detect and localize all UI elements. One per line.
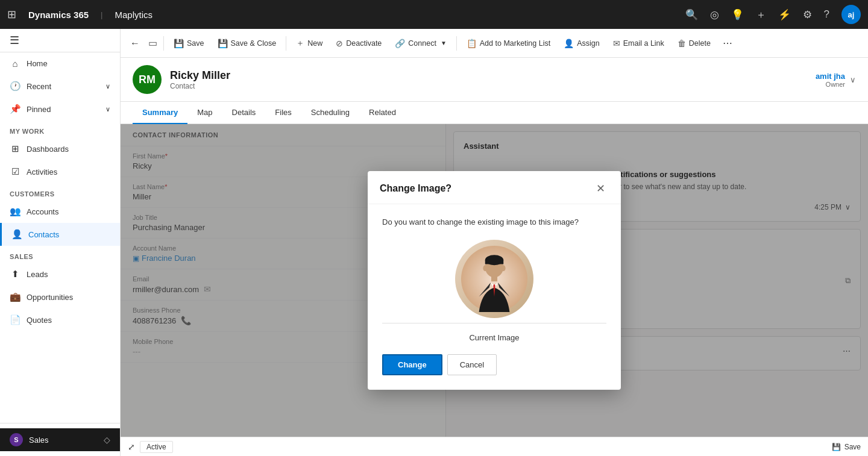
add-marketing-button[interactable]: 📋 Add to Marketing List xyxy=(461,35,556,52)
current-image-avatar[interactable] xyxy=(455,240,533,318)
save-icon: 💾 xyxy=(174,39,184,48)
sidebar-top: ☰ xyxy=(0,29,120,52)
modal-body: Do you want to change the existing image… xyxy=(368,204,621,390)
expand-icon[interactable]: ⤢ xyxy=(128,442,135,452)
bottom-bar-left: ⤢ Active xyxy=(128,441,173,453)
save-close-button[interactable]: 💾 Save & Close xyxy=(212,35,283,52)
sidebar-opportunities-label: Opportunities xyxy=(27,293,73,302)
nav-divider: | xyxy=(101,10,102,19)
bottom-save-label: Save xyxy=(844,443,861,451)
cancel-button[interactable]: Cancel xyxy=(447,354,497,375)
add-marketing-icon: 📋 xyxy=(467,39,477,48)
customers-section: Customers xyxy=(0,183,120,200)
sidebar-item-opportunities[interactable]: 💼 Opportunities xyxy=(0,286,120,308)
my-work-section: My Work xyxy=(0,120,120,137)
svg-rect-4 xyxy=(491,276,497,281)
user-avatar[interactable]: aj xyxy=(841,5,861,24)
sidebar-item-quotes[interactable]: 📄 Quotes xyxy=(0,308,120,331)
top-nav-right: 🔍 ◎ 💡 ＋ ⚡ ⚙ ? aj xyxy=(685,5,861,24)
deactivate-button[interactable]: ⊘ Deactivate xyxy=(330,35,388,52)
sidebar-item-leads[interactable]: ⬆ Leads xyxy=(0,263,120,286)
contact-avatar[interactable]: RM xyxy=(133,65,162,94)
tab-summary[interactable]: Summary xyxy=(133,102,187,124)
owner-block: amit jha Owner xyxy=(816,72,845,88)
more-options-button[interactable]: ⋯ xyxy=(718,34,737,52)
tab-files[interactable]: Files xyxy=(265,102,301,124)
bottom-save-button[interactable]: 💾 Save xyxy=(832,443,861,451)
tab-scheduling[interactable]: Scheduling xyxy=(301,102,359,124)
contact-info: Ricky Miller Contact xyxy=(170,69,230,90)
back-button[interactable]: ← xyxy=(125,34,145,52)
modal-description: Do you want to change the existing image… xyxy=(382,216,606,228)
dashboards-icon: ⊞ xyxy=(10,143,20,154)
sidebar-item-recent[interactable]: 🕐 Recent ∨ xyxy=(0,75,120,98)
sidebar-item-contacts[interactable]: 👤 Contacts xyxy=(0,223,120,246)
sidebar: ☰ ⌂ Home 🕐 Recent ∨ 📌 Pinned ∨ My Work ⊞… xyxy=(0,29,121,456)
sidebar-item-home[interactable]: ⌂ Home xyxy=(0,52,120,75)
tab-related[interactable]: Related xyxy=(359,102,406,124)
search-icon[interactable]: 🔍 xyxy=(685,8,698,21)
sidebar-accounts-label: Accounts xyxy=(27,207,58,216)
connect-dropdown-icon: ▼ xyxy=(441,40,447,46)
sidebar-item-accounts[interactable]: 👥 Accounts xyxy=(0,200,120,223)
accounts-icon: 👥 xyxy=(10,206,20,217)
save-close-icon: 💾 xyxy=(218,39,228,48)
tab-map[interactable]: Map xyxy=(187,102,222,124)
new-button[interactable]: ＋ New xyxy=(290,34,329,52)
hamburger-icon[interactable]: ☰ xyxy=(7,32,22,49)
assign-button[interactable]: 👤 Assign xyxy=(558,35,606,52)
sidebar-pinned-label: Pinned xyxy=(27,105,51,114)
email-link-icon: ✉ xyxy=(613,39,620,48)
home-icon: ⌂ xyxy=(10,58,20,69)
sidebar-home-label: Home xyxy=(27,59,48,68)
target-icon[interactable]: ◎ xyxy=(710,8,719,21)
activities-icon: ☑ xyxy=(10,166,20,177)
sales-section: Sales xyxy=(0,246,120,263)
modal-overlay: Change Image? ✕ Do you want to change th… xyxy=(121,124,868,437)
bottom-bar: ⤢ Active 💾 Save xyxy=(121,437,868,456)
email-link-button[interactable]: ✉ Email a Link xyxy=(607,35,670,52)
modal-separator xyxy=(382,323,606,323)
top-nav: ⊞ Dynamics 365 | Maplytics 🔍 ◎ 💡 ＋ ⚡ ⚙ ?… xyxy=(0,0,868,29)
modal-title: Change Image? xyxy=(380,183,451,194)
modal-header: Change Image? ✕ xyxy=(368,171,621,204)
contact-type: Contact xyxy=(170,82,230,90)
tabs-bar: Summary Map Details Files Scheduling Rel… xyxy=(121,102,868,124)
content-area: CONTACT INFORMATION First Name* Ricky La… xyxy=(121,124,868,437)
owner-chevron[interactable]: ∨ xyxy=(850,75,856,84)
lightbulb-icon[interactable]: 💡 xyxy=(731,8,744,21)
sidebar-activities-label: Activities xyxy=(27,167,57,176)
sidebar-bottom-sales[interactable]: S Sales ◇ xyxy=(0,428,120,451)
help-icon[interactable]: ? xyxy=(824,8,829,20)
add-icon[interactable]: ＋ xyxy=(756,8,766,22)
sidebar-item-dashboards[interactable]: ⊞ Dashboards xyxy=(0,137,120,160)
connect-button[interactable]: 🔗 Connect ▼ xyxy=(389,35,452,52)
sidebar-bottom: S Sales ◇ xyxy=(0,423,120,456)
save-button[interactable]: 💾 Save xyxy=(168,35,210,52)
sidebar-item-activities[interactable]: ☑ Activities xyxy=(0,160,120,183)
status-badge: Active xyxy=(140,441,173,453)
tab-details[interactable]: Details xyxy=(222,102,266,124)
change-button[interactable]: Change xyxy=(382,354,442,375)
app-name: Dynamics 365 xyxy=(28,10,89,20)
toolbar: ← ▭ 💾 Save 💾 Save & Close ＋ New ⊘ Deacti… xyxy=(121,29,868,58)
contact-header: RM Ricky Miller Contact amit jha Owner ∨ xyxy=(121,58,868,102)
grid-icon[interactable]: ⊞ xyxy=(7,8,16,21)
owner-name[interactable]: amit jha xyxy=(816,72,845,81)
filter-icon[interactable]: ⚡ xyxy=(778,8,791,21)
header-right: amit jha Owner ∨ xyxy=(816,72,856,88)
contact-name: Ricky Miller xyxy=(170,69,230,82)
delete-button[interactable]: 🗑 Delete xyxy=(671,35,717,52)
toolbar-sep-2 xyxy=(286,36,286,51)
sidebar-dashboards-label: Dashboards xyxy=(27,145,69,154)
image-label: Current Image xyxy=(469,333,519,342)
sidebar-item-pinned[interactable]: 📌 Pinned ∨ xyxy=(0,98,120,120)
modal-image-container: Current Image xyxy=(382,240,606,342)
person-svg xyxy=(461,246,527,312)
settings-icon[interactable]: ⚙ xyxy=(803,8,812,21)
bottom-save-icon: 💾 xyxy=(832,443,841,451)
modal-close-button[interactable]: ✕ xyxy=(593,181,609,196)
sidebar-recent-label: Recent xyxy=(27,82,51,91)
sales-bottom-label: Sales xyxy=(29,436,49,445)
module-name: Maplytics xyxy=(115,10,153,20)
